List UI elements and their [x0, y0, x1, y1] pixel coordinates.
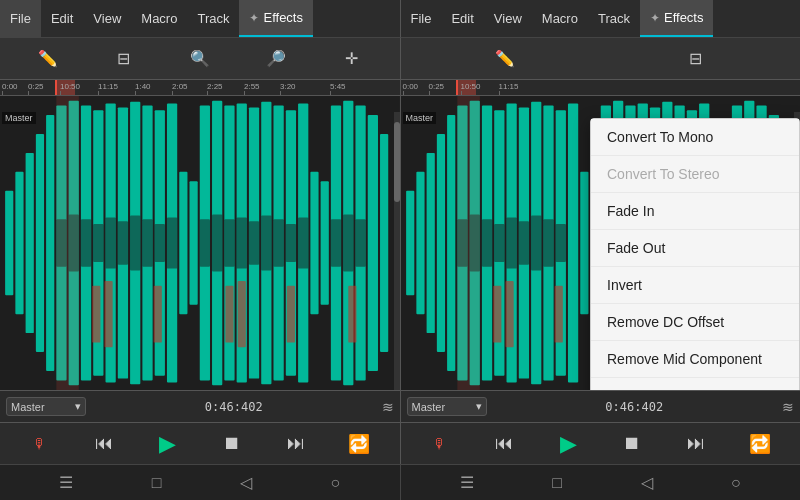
svg-rect-104 [531, 215, 541, 270]
right-time-marker-2: 10:50 [461, 82, 481, 91]
nav-circle-left[interactable]: ○ [331, 474, 341, 492]
left-play-btn[interactable]: ▶ [152, 428, 184, 460]
right-track-arrow: ▾ [476, 400, 482, 413]
menu-macro-left[interactable]: Macro [131, 0, 187, 37]
svg-rect-56 [92, 286, 100, 343]
menu-view-left[interactable]: View [83, 0, 131, 37]
menu-edit-left[interactable]: Edit [41, 0, 83, 37]
left-track-select[interactable]: Master ▾ [6, 397, 86, 416]
nav-menu-right[interactable]: ☰ [460, 473, 474, 492]
nav-square-right[interactable]: □ [552, 474, 562, 492]
nav-circle-right[interactable]: ○ [731, 474, 741, 492]
svg-rect-16 [179, 172, 187, 314]
svg-rect-114 [554, 286, 562, 343]
right-track-label: Master [403, 112, 437, 124]
menu-macro-right[interactable]: Macro [532, 0, 588, 37]
panels-container: 0:00 0:25 10:50 11:15 1:40 2:05 2:25 2:5… [0, 80, 800, 390]
right-time-marker-3: 11:15 [499, 82, 519, 91]
menu-effects-left[interactable]: ✦ Effects [239, 0, 313, 37]
svg-rect-67 [426, 153, 434, 333]
svg-rect-37 [93, 224, 103, 262]
svg-rect-60 [238, 281, 246, 347]
svg-rect-45 [212, 215, 222, 272]
effects-dropdown-menu[interactable]: Convert To Mono Convert To Stereo Fade I… [590, 118, 800, 390]
menu-file-left[interactable]: File [0, 0, 41, 37]
dropdown-fade-in[interactable]: Fade In [591, 193, 799, 230]
dropdown-remove-dc[interactable]: Remove DC Offset [591, 304, 799, 341]
right-toolbar: ✏️ ⊟ [401, 38, 801, 80]
svg-rect-49 [261, 215, 271, 270]
dropdown-invert[interactable]: Invert [591, 267, 799, 304]
svg-rect-66 [416, 172, 424, 314]
right-record-btn[interactable]: 🎙 [424, 428, 456, 460]
right-play-btn[interactable]: ▶ [552, 428, 584, 460]
nav-back-left[interactable]: ◁ [240, 473, 252, 492]
right-rewind-btn[interactable]: ⏮ [488, 428, 520, 460]
left-track-name: Master [11, 401, 45, 413]
svg-rect-59 [225, 286, 233, 343]
svg-rect-5 [46, 115, 54, 371]
toolbars: ✏️ ⊟ 🔍 🔎 ✛ ✏️ ⊟ [0, 38, 800, 80]
time-marker-6: 2:25 [207, 82, 223, 91]
menu-file-right[interactable]: File [401, 0, 442, 37]
dropdown-fade-out[interactable]: Fade Out [591, 230, 799, 267]
svg-rect-3 [26, 153, 34, 333]
svg-rect-36 [81, 219, 91, 266]
tool-split-left[interactable]: ⊟ [108, 43, 140, 75]
right-forward-btn[interactable]: ⏭ [680, 428, 712, 460]
nav-square-left[interactable]: □ [152, 474, 162, 492]
menu-track-left[interactable]: Track [187, 0, 239, 37]
menu-view-right[interactable]: View [484, 0, 532, 37]
left-time-ruler: 0:00 0:25 10:50 11:15 1:40 2:05 2:25 2:5… [0, 80, 400, 96]
left-scroll-thumb[interactable] [394, 122, 400, 202]
tool-zoom-out-left[interactable]: 🔎 [260, 43, 292, 75]
tool-zoom-in-left[interactable]: 🔍 [184, 43, 216, 75]
left-stop-btn[interactable]: ⏹ [216, 428, 248, 460]
left-record-btn[interactable]: 🎙 [24, 428, 56, 460]
left-waveform-svg [0, 96, 400, 390]
svg-rect-68 [436, 134, 444, 352]
svg-rect-32 [368, 115, 378, 371]
nav-back-right[interactable]: ◁ [641, 473, 653, 492]
svg-rect-50 [274, 219, 284, 266]
left-waveform-canvas[interactable]: Master [0, 96, 400, 390]
menu-effects-right[interactable]: ✦ Effects [640, 0, 714, 37]
svg-rect-48 [249, 221, 259, 265]
right-track-select[interactable]: Master ▾ [407, 397, 487, 416]
left-loop-btn[interactable]: 🔁 [343, 428, 375, 460]
svg-rect-27 [310, 172, 318, 314]
svg-rect-42 [155, 224, 165, 262]
right-waveform-panel[interactable]: 0:00 0:25 10:50 11:15 Master [401, 80, 801, 390]
dropdown-reverse[interactable]: Reverse [591, 378, 799, 390]
right-menu-bar: File Edit View Macro Track ✦ Effects [401, 0, 801, 38]
right-bottom-control: Master ▾ 0:46:402 ≋ [401, 391, 801, 422]
dropdown-convert-mono[interactable]: Convert To Mono [591, 119, 799, 156]
tool-move-left[interactable]: ✛ [336, 43, 368, 75]
svg-rect-1 [5, 191, 13, 295]
right-track-name: Master [412, 401, 446, 413]
tool-split-right[interactable]: ⊟ [679, 43, 711, 75]
svg-rect-113 [505, 281, 513, 347]
tool-pencil-left[interactable]: ✏️ [32, 43, 64, 75]
menu-track-right[interactable]: Track [588, 0, 640, 37]
tool-pencil-right[interactable]: ✏️ [489, 43, 521, 75]
svg-rect-69 [447, 115, 455, 371]
right-stop-btn[interactable]: ⏹ [616, 428, 648, 460]
right-loop-btn[interactable]: 🔁 [744, 428, 776, 460]
svg-rect-105 [543, 219, 553, 266]
menu-edit-right[interactable]: Edit [441, 0, 483, 37]
right-wave-icon: ≋ [782, 399, 794, 415]
dropdown-remove-mid[interactable]: Remove Mid Component [591, 341, 799, 378]
left-waveform-panel[interactable]: 0:00 0:25 10:50 11:15 1:40 2:05 2:25 2:5… [0, 80, 401, 390]
left-scrollbar[interactable] [394, 112, 400, 390]
left-time-display: 0:46:402 [90, 400, 378, 414]
system-nav: ☰ □ ◁ ○ ☰ □ ◁ ○ [0, 464, 800, 500]
svg-rect-57 [104, 281, 112, 347]
left-rewind-btn[interactable]: ⏮ [88, 428, 120, 460]
svg-rect-102 [506, 217, 516, 268]
nav-menu-left[interactable]: ☰ [59, 473, 73, 492]
left-menu-bar: File Edit View Macro Track ✦ Effects [0, 0, 401, 38]
svg-rect-51 [286, 224, 296, 262]
left-track-label: Master [2, 112, 36, 124]
left-forward-btn[interactable]: ⏭ [280, 428, 312, 460]
